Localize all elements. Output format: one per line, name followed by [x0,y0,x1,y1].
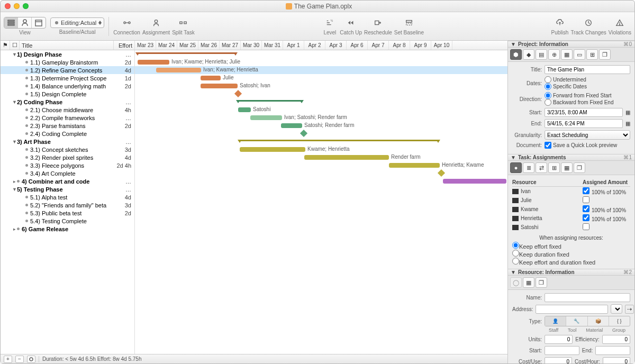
gantt-row[interactable] [135,82,507,90]
milestone-icon[interactable] [234,90,242,97]
assign-checkbox[interactable] [583,214,589,221]
quicklook-checkbox[interactable] [545,142,551,149]
dates-undetermined-radio[interactable] [545,76,551,83]
assign-checkbox[interactable] [583,223,589,230]
connection-button[interactable] [119,17,135,29]
task-row[interactable]: 1.3) Determine Project Scope1d [1,74,134,82]
resource-info-header[interactable]: ▼ Resource: Information⌘2 [508,269,634,276]
gantt-row[interactable] [135,106,507,114]
summary-bar[interactable] [138,52,235,56]
assignment-button[interactable] [148,17,164,29]
check-column-icon[interactable]: ☐ [10,41,20,50]
task-row[interactable]: 2.3) Parse framistans2d [1,122,134,130]
gantt-row[interactable] [135,58,507,66]
gantt-chart[interactable] [135,50,507,354]
view-resource-icon[interactable] [18,17,32,28]
addr-picker[interactable] [611,304,622,314]
task-row[interactable]: 1.1) Gameplay Brainstorm2d [1,58,134,66]
task-row[interactable]: 1.2) Refine Game Concepts4d [1,66,134,74]
resource-row[interactable]: Julie [512,196,630,205]
res-name-input[interactable] [545,293,630,302]
insp-tab-cal-icon[interactable]: ▦ [561,49,573,60]
title-column[interactable]: Title [20,41,114,50]
task-bar[interactable] [138,60,169,65]
task-bar[interactable] [304,155,389,160]
publish-button[interactable] [552,17,568,29]
task-row[interactable]: 2.4) Coding Complete [1,130,134,138]
task-bar[interactable] [238,107,251,112]
task-row[interactable]: ▼2) Coding Phase… [1,98,134,106]
gantt-row[interactable] [135,209,507,217]
insp-tab-paper-icon[interactable]: ❐ [599,49,611,60]
granularity-select[interactable]: Exact Scheduling [545,130,630,140]
efficiency-input[interactable] [602,335,630,344]
assign-tab5-icon[interactable]: ▦ [561,162,573,173]
minimize-icon[interactable] [14,3,20,9]
assign-checkbox[interactable] [583,205,589,212]
start-date-input[interactable] [545,108,623,117]
resource-row[interactable]: Ivan100% of 100% [512,187,630,196]
gantt-row[interactable] [135,193,507,201]
catchup-button[interactable] [343,17,359,29]
gantt-row[interactable] [135,90,507,98]
direction-backward-radio[interactable] [545,99,551,106]
end-date-input[interactable] [545,119,623,128]
keep-duration-radio[interactable] [512,250,519,257]
costuse-input[interactable] [545,357,572,363]
task-bar[interactable] [240,147,305,152]
task-row[interactable]: ▼3) Art Phase… [1,138,134,145]
res-tab1-icon[interactable]: ◯ [510,277,522,288]
task-bar[interactable] [443,179,506,184]
assign-checkbox[interactable] [583,196,589,203]
type-group-button[interactable]: { } [609,316,630,326]
gantt-row[interactable] [135,225,507,233]
res-tab2-icon[interactable]: ▦ [523,277,534,288]
goto-icon[interactable]: ⇢ [625,305,634,314]
gantt-row[interactable] [135,98,507,106]
task-row[interactable]: ▸6) Game Release [1,225,134,233]
resource-row[interactable]: Satoshi [512,223,630,232]
assign-tab2-icon[interactable]: ≣ [523,162,534,173]
gantt-row[interactable] [135,153,507,161]
effort-column[interactable]: Effort [114,41,135,50]
gantt-row[interactable] [135,217,507,225]
gantt-row[interactable] [135,185,507,193]
flag-column-icon[interactable]: ⚑ [1,41,10,50]
units-input[interactable] [545,335,573,344]
gantt-row[interactable] [135,177,507,185]
set-baseline-button[interactable] [401,17,417,29]
disclosure-icon[interactable]: ▼ [12,52,17,57]
end-pct-input[interactable] [595,346,630,355]
res-address-input[interactable] [536,305,608,314]
assign-tab6-icon[interactable]: ❐ [574,162,585,173]
split-task-button[interactable] [175,17,191,29]
disclosure-icon[interactable]: ▼ [12,139,17,144]
close-icon[interactable] [5,3,11,9]
project-info-header[interactable]: ▼ Project: Information⌘0 [508,41,634,48]
assign-tab3-icon[interactable]: ⇄ [536,162,547,173]
task-row[interactable]: 3.4) Art Complete [1,169,134,177]
gantt-row[interactable] [135,114,507,122]
gantt-row[interactable] [135,161,507,169]
assign-tab1-icon[interactable]: ● [510,162,522,173]
gantt-row[interactable] [135,74,507,82]
direction-forward-radio[interactable] [545,92,551,99]
gantt-row[interactable] [135,50,507,58]
insp-tab-hex-icon[interactable]: ⬢ [510,49,522,60]
level-button[interactable]: ½ [322,17,338,29]
calendar-icon[interactable]: ▦ [625,110,630,115]
action-button[interactable] [27,356,35,363]
type-material-button[interactable]: 📦 [587,316,609,326]
view-calendar-icon[interactable] [32,17,46,28]
task-row[interactable]: 1.4) Balance underlying math2d [1,82,134,90]
summary-bar[interactable] [240,140,438,143]
task-row[interactable]: ▸4) Combine art and code… [1,177,134,185]
res-tab3-icon[interactable]: ❐ [536,277,547,288]
gantt-row[interactable] [135,122,507,130]
start-pct-input[interactable] [545,346,579,355]
insp-tab-doc-icon[interactable]: ▭ [574,49,585,60]
zoom-icon[interactable] [23,3,29,9]
task-bar[interactable] [201,76,221,80]
assign-checkbox[interactable] [583,187,589,194]
violations-button[interactable] [612,17,628,29]
